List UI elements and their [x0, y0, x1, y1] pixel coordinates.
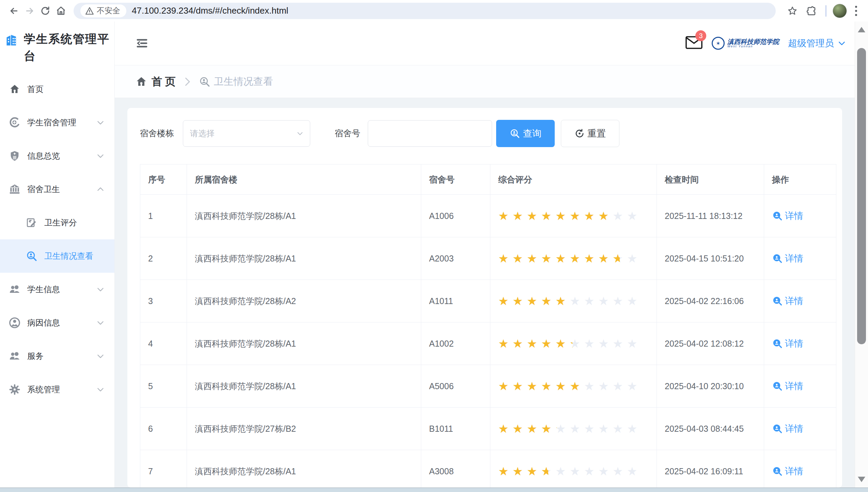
- search-user-icon: [26, 250, 37, 262]
- breadcrumb: 首 页 卫生情况查看: [115, 65, 868, 98]
- sidebar-item-3[interactable]: 宿舍卫生: [0, 173, 114, 206]
- browser-home-icon[interactable]: [53, 3, 69, 19]
- detail-link[interactable]: 详情: [772, 423, 836, 435]
- reset-icon: [574, 128, 585, 139]
- star-icon-empty: ★★: [584, 337, 598, 350]
- table-row: 2滇西科技师范学院/28栋/A1A2003★★★★★★★★★★★★★★★★★★★…: [140, 237, 836, 280]
- cell-building: 滇西科技师范学院/28栋/A1: [187, 322, 421, 365]
- sidebar-item-5[interactable]: 卫生情况查看: [0, 239, 114, 273]
- star-icon-filled: ★★: [584, 209, 598, 223]
- star-icon-filled: ★★: [541, 337, 555, 350]
- bookmark-star-icon[interactable]: [785, 3, 800, 19]
- address-bar[interactable]: 不安全 47.100.239.234/dms/#/check/index.htm…: [74, 3, 776, 19]
- star-icon-empty: ★★: [598, 337, 613, 350]
- col-room: 宿舍号: [421, 164, 490, 195]
- browser-reload-icon[interactable]: [37, 3, 53, 19]
- sidebar-item-4[interactable]: 卫生评分: [0, 206, 114, 239]
- detail-link[interactable]: 详情: [772, 210, 836, 222]
- star-icon-filled: ★★: [555, 294, 570, 308]
- sidebar-item-9[interactable]: 系统管理: [0, 373, 114, 406]
- star-icon-empty: ★★: [627, 252, 641, 265]
- cell-actions: 详情: [764, 237, 836, 280]
- sidebar: 学生系统管理平台 首页学生宿舍管理信息总览宿舍卫生卫生评分卫生情况查看学生信息病…: [0, 21, 115, 488]
- star-icon-filled: ★★: [498, 337, 512, 350]
- star-rating: ★★★★★★★★★★★★★★★★★★★★: [498, 294, 657, 308]
- cell-building: 滇西科技师范学院/27栋/B2: [187, 408, 421, 450]
- cell-room: A3008: [421, 450, 490, 488]
- detail-link[interactable]: 详情: [772, 337, 836, 350]
- breadcrumb-separator-icon: [183, 77, 191, 87]
- star-icon-filled: ★★: [498, 422, 512, 435]
- messages-button[interactable]: 3: [685, 35, 703, 51]
- cell-building: 滇西科技师范学院/28栋/A2: [187, 280, 421, 322]
- chevron-down-icon: [96, 285, 105, 294]
- cell-room: A1006: [421, 195, 490, 237]
- toolbar-divider: [825, 5, 826, 17]
- building-select[interactable]: 请选择: [183, 120, 310, 147]
- sidebar-item-label: 学生宿舍管理: [27, 117, 76, 128]
- filter-bar: 宿舍楼栋 请选择 宿舍号 查询 重置: [140, 120, 836, 147]
- dorm-manage-icon: [9, 117, 20, 128]
- table-row: 1滇西科技师范学院/28栋/A1A1006★★★★★★★★★★★★★★★★★★★…: [140, 195, 836, 237]
- not-secure-chip[interactable]: 不安全: [80, 4, 126, 17]
- star-icon-filled: ★★: [555, 252, 570, 265]
- detail-link[interactable]: 详情: [772, 380, 836, 392]
- header-bar: 3 ✶ 滇西科技师范学院 West Yunnan 超级管理员: [115, 21, 868, 65]
- table-row: 4滇西科技师范学院/28栋/A1A1002★★★★★★★★★★★★★★★★★★★…: [140, 322, 836, 365]
- star-icon-filled: ★★: [541, 422, 555, 435]
- star-icon-filled: ★★: [527, 209, 541, 223]
- table-row: 6滇西科技师范学院/27栋/B2B1011★★★★★★★★★★★★★★★★★★★…: [140, 408, 836, 450]
- cell-check-time: 2025-04-15 10:51:20: [657, 237, 764, 280]
- breadcrumb-home[interactable]: 首 页: [135, 75, 176, 89]
- cell-building: 滇西科技师范学院/28栋/A1: [187, 365, 421, 408]
- scroll-down-icon[interactable]: [858, 477, 865, 482]
- app-title: 学生系统管理平台: [24, 30, 110, 64]
- star-icon-filled: ★★: [512, 209, 527, 223]
- star-icon-filled: ★★: [512, 294, 527, 308]
- vertical-scrollbar-thumb[interactable]: [857, 48, 866, 344]
- scroll-up-icon[interactable]: [858, 27, 865, 32]
- horizontal-scrollbar[interactable]: [0, 488, 868, 492]
- sidebar-item-label: 卫生评分: [44, 217, 77, 228]
- user-role-dropdown[interactable]: 超级管理员: [788, 37, 846, 49]
- detail-link[interactable]: 详情: [772, 295, 836, 307]
- cell-index: 5: [140, 365, 187, 408]
- star-icon-empty: ★★: [627, 337, 641, 350]
- sidebar-item-0[interactable]: 首页: [0, 73, 114, 106]
- sidebar-item-label: 病因信息: [27, 317, 60, 328]
- sidebar-item-6[interactable]: 学生信息: [0, 273, 114, 306]
- star-icon-filled: ★★: [498, 209, 512, 223]
- sidebar-item-8[interactable]: 服务: [0, 339, 114, 373]
- sidebar-item-2[interactable]: 信息总览: [0, 139, 114, 173]
- detail-link[interactable]: 详情: [772, 465, 836, 477]
- detail-search-icon: [772, 466, 783, 477]
- detail-link[interactable]: 详情: [772, 252, 836, 265]
- star-icon-filled: ★★: [598, 209, 613, 223]
- star-icon-filled: ★★: [541, 294, 555, 308]
- star-icon-empty: ★★: [627, 294, 641, 308]
- table-row: 7滇西科技师范学院/28栋/A1A3008★★★★★★★★★★★★★★★★★★★…: [140, 450, 836, 488]
- cell-building: 滇西科技师范学院/28栋/A1: [187, 237, 421, 280]
- star-rating: ★★★★★★★★★★★★★★★★★★★★: [498, 422, 657, 435]
- cell-actions: 详情: [764, 322, 836, 365]
- browser-forward-icon[interactable]: [22, 3, 37, 19]
- star-icon-filled: ★★: [541, 379, 555, 393]
- browser-profile-avatar[interactable]: [833, 4, 847, 18]
- extensions-puzzle-icon[interactable]: [804, 3, 819, 19]
- sidebar-item-label: 宿舍卫生: [27, 184, 60, 195]
- star-icon-filled: ★★: [570, 209, 584, 223]
- browser-menu-icon[interactable]: [850, 6, 862, 16]
- vertical-scrollbar[interactable]: [855, 21, 868, 488]
- star-rating: ★★★★★★★★★★★★★★★★★★★★: [498, 209, 657, 223]
- browser-back-icon[interactable]: [6, 3, 22, 19]
- sidebar-item-7[interactable]: 病因信息: [0, 306, 114, 339]
- search-button[interactable]: 查询: [496, 120, 555, 147]
- sidebar-collapse-icon[interactable]: [135, 36, 149, 50]
- sidebar-item-label: 服务: [27, 351, 44, 362]
- reset-button[interactable]: 重置: [561, 120, 619, 147]
- cell-actions: 详情: [764, 195, 836, 237]
- sidebar-item-1[interactable]: 学生宿舍管理: [0, 106, 114, 139]
- home-icon: [135, 76, 147, 88]
- cell-actions: 详情: [764, 408, 836, 450]
- room-number-input[interactable]: [368, 120, 492, 147]
